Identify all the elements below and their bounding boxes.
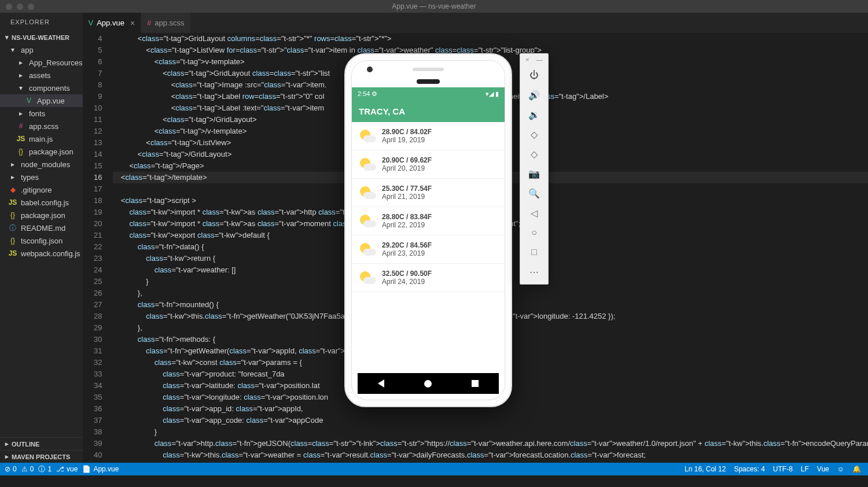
speaker <box>413 68 444 71</box>
project-name: NS-VUE-WEATHER <box>12 34 69 41</box>
weather-icon <box>359 157 376 172</box>
tree-item-package-json[interactable]: {}package.json <box>0 145 83 158</box>
forecast-row[interactable]: 28.80C / 83.84FApril 22, 2019 <box>352 207 505 235</box>
folder-icon: ▾ <box>8 46 17 54</box>
git-branch[interactable]: ⎇ vue <box>56 465 78 473</box>
emu-close-icon[interactable]: × <box>525 56 529 63</box>
tree-item-App-vue[interactable]: VApp.vue <box>0 94 83 107</box>
power-icon[interactable]: ⏻ <box>523 65 545 85</box>
weather-icon <box>359 185 376 200</box>
phone-statusbar: 2:54 ⚙ ▾◢ ▮ <box>352 87 505 100</box>
warnings-count[interactable]: ⚠ 0 <box>21 465 34 473</box>
tree-item-main-js[interactable]: JSmain.js <box>0 132 83 145</box>
project-header[interactable]: ▾ NS-VUE-WEATHER <box>0 31 83 43</box>
tree-item-fonts[interactable]: ▸fonts <box>0 107 83 120</box>
editor-tabs: VApp.vue×#app.scss ◫ ⋯ <box>83 13 869 33</box>
tree-item-package-json[interactable]: {}package.json <box>0 209 83 222</box>
json-icon: {} <box>8 237 17 245</box>
tree-item-babel-config-js[interactable]: JSbabel.config.js <box>0 196 83 209</box>
forecast-row[interactable]: 29.20C / 84.56FApril 23, 2019 <box>352 235 505 264</box>
phone-emulator: 2:54 ⚙ ▾◢ ▮ TRACY, CA 28.90C / 84.02FApr… <box>344 53 512 407</box>
tree-item-App_Resources[interactable]: ▸App_Resources <box>0 56 83 69</box>
android-navbar <box>358 373 499 394</box>
git-icon: ◆ <box>8 186 17 194</box>
tree-item-assets[interactable]: ▸assets <box>0 69 83 82</box>
language-mode[interactable]: Vue <box>817 465 829 473</box>
sensor <box>417 79 440 84</box>
back-button[interactable] <box>378 379 384 388</box>
info-count[interactable]: ⓘ 1 <box>38 464 52 474</box>
json-icon: {} <box>8 211 17 219</box>
tree-item-node_modules[interactable]: ▸node_modules <box>0 158 83 171</box>
tree-item--gitignore[interactable]: ◆.gitignore <box>0 183 83 196</box>
tree-item-app[interactable]: ▾app <box>0 43 83 56</box>
emu-back-icon[interactable]: ◁ <box>523 203 545 223</box>
zoom-icon[interactable]: 🔍 <box>523 183 545 203</box>
close-window[interactable] <box>6 3 12 10</box>
js-icon: JS <box>8 249 17 257</box>
app-header: TRACY, CA <box>352 100 505 122</box>
eol[interactable]: LF <box>801 465 809 473</box>
encoding[interactable]: UTF-8 <box>773 465 793 473</box>
folder-icon: ▾ <box>16 84 25 92</box>
js-icon: JS <box>16 135 25 143</box>
forecast-row[interactable]: 32.50C / 90.50FApril 24, 2019 <box>352 264 505 292</box>
scss-icon: # <box>16 122 25 130</box>
forecast-row[interactable]: 25.30C / 77.54FApril 21, 2019 <box>352 179 505 207</box>
titlebar: App.vue — ns-vue-weather <box>0 0 868 13</box>
traffic-lights <box>0 3 34 10</box>
notifications-icon[interactable]: 🔔 <box>852 465 861 473</box>
tab-app-scss[interactable]: #app.scss <box>141 13 191 33</box>
emu-more-icon[interactable]: ⋯ <box>523 262 545 282</box>
camera-icon <box>367 67 373 72</box>
status-file[interactable]: 📄 App.vue <box>82 465 119 473</box>
md-icon: ⓘ <box>8 223 17 233</box>
home-button[interactable] <box>424 380 432 388</box>
volume-up-icon[interactable]: 🔊 <box>523 85 545 105</box>
js-icon: JS <box>8 198 17 206</box>
forecast-list[interactable]: 28.90C / 84.02FApril 19, 201920.90C / 69… <box>352 122 505 292</box>
forecast-row[interactable]: 20.90C / 69.62FApril 20, 2019 <box>352 150 505 179</box>
folder-icon: ▸ <box>8 173 17 181</box>
tree-item-webpack-config-js[interactable]: JSwebpack.config.js <box>0 247 83 260</box>
vue-icon: V <box>24 97 34 105</box>
outline-section[interactable]: ▸OUTLINE <box>0 437 83 450</box>
tree-item-README-md[interactable]: ⓘREADME.md <box>0 222 83 234</box>
volume-down-icon[interactable]: 🔉 <box>523 105 545 124</box>
tree-item-components[interactable]: ▾components <box>0 82 83 94</box>
phone-bezel-top <box>352 61 505 87</box>
folder-icon: ▸ <box>8 160 17 168</box>
emu-home-icon[interactable]: ○ <box>523 223 545 242</box>
indent-setting[interactable]: Spaces: 4 <box>734 465 764 473</box>
close-icon[interactable]: × <box>130 19 135 28</box>
emu-minimize-icon[interactable]: — <box>536 56 543 63</box>
overview-button[interactable] <box>472 380 479 387</box>
json-icon: {} <box>16 147 25 156</box>
weather-icon <box>359 242 376 257</box>
maximize-window[interactable] <box>28 3 34 10</box>
maven-section[interactable]: ▸MAVEN PROJECTS <box>0 450 83 463</box>
minimize-window[interactable] <box>17 3 23 10</box>
window-title: App.vue — ns-vue-weather <box>392 2 476 10</box>
screenshot-icon[interactable]: 📷 <box>523 164 545 183</box>
explorer-title: EXPLORER <box>0 13 83 31</box>
tree-item-tsconfig-json[interactable]: {}tsconfig.json <box>0 234 83 247</box>
tree-item-types[interactable]: ▸types <box>0 171 83 183</box>
feedback-icon[interactable]: ☺ <box>837 465 844 473</box>
errors-count[interactable]: ⊘ 0 <box>5 465 17 473</box>
cursor-position[interactable]: Ln 16, Col 12 <box>685 465 726 473</box>
weather-icon <box>359 128 376 143</box>
folder-icon: ▸ <box>16 71 25 79</box>
emulator-toolbar: ×— ⏻ 🔊 🔉 ◇ ◇ 📷 🔍 ◁ ○ □ ⋯ <box>520 53 549 285</box>
forecast-row[interactable]: 28.90C / 84.02FApril 19, 2019 <box>352 122 505 150</box>
tree-item-app-scss[interactable]: #app.scss <box>0 120 83 132</box>
emu-overview-icon[interactable]: □ <box>523 242 545 262</box>
file-tree: ▾app▸App_Resources▸assets▾componentsVApp… <box>0 43 83 437</box>
folder-icon: ▸ <box>16 109 25 117</box>
signal-icons: ▾◢ ▮ <box>486 90 499 98</box>
tab-App-vue[interactable]: VApp.vue× <box>83 13 142 33</box>
statusbar: ⊘ 0 ⚠ 0 ⓘ 1 ⎇ vue 📄 App.vue Ln 16, Col 1… <box>0 463 868 475</box>
rotate-right-icon[interactable]: ◇ <box>523 144 545 164</box>
rotate-left-icon[interactable]: ◇ <box>523 124 545 144</box>
folder-icon: ▸ <box>16 58 25 67</box>
